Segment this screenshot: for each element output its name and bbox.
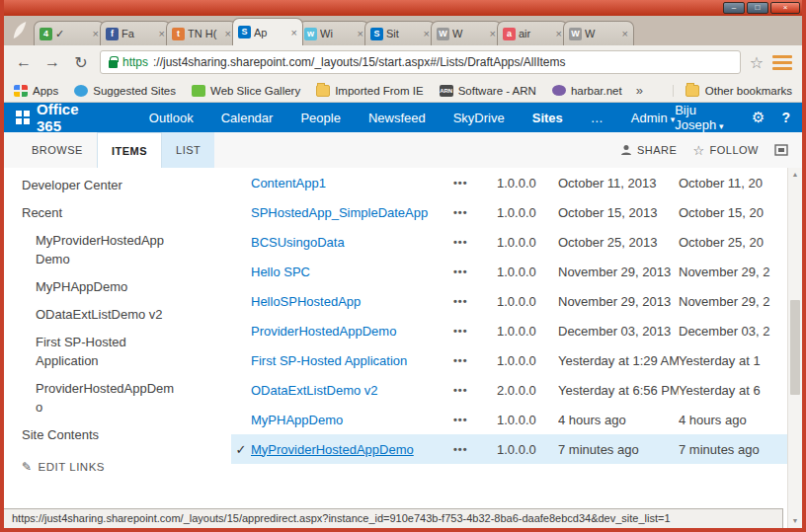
- suite-nav-item[interactable]: People: [300, 111, 343, 125]
- suite-nav-item[interactable]: Admin▾: [631, 111, 675, 125]
- browser-tab[interactable]: w Wi ×: [298, 21, 369, 45]
- page-scrollbar[interactable]: ▲ ▼: [787, 168, 802, 528]
- list-row[interactable]: ODataExtListDemo v2 ••• 2.0.0.0 Yesterda…: [231, 375, 787, 405]
- row-menu-ellipsis[interactable]: •••: [453, 206, 497, 218]
- user-menu[interactable]: Biju Joseph▾: [675, 103, 735, 132]
- tab-close-icon[interactable]: ×: [159, 28, 165, 39]
- browser-tab[interactable]: t TN H( ×: [166, 21, 237, 45]
- share-button[interactable]: SHARE: [620, 144, 677, 156]
- row-menu-ellipsis[interactable]: •••: [453, 325, 497, 337]
- suite-nav-item[interactable]: …: [591, 111, 606, 125]
- list-row[interactable]: BCSUsingoData ••• 1.0.0.0 October 25, 20…: [231, 227, 787, 257]
- browser-tab[interactable]: 4 ✓ ×: [34, 21, 105, 45]
- list-row[interactable]: HelloSPHostedApp ••• 1.0.0.0 November 29…: [231, 286, 787, 316]
- app-link[interactable]: ProviderHostedAppDemo: [251, 324, 453, 339]
- row-menu-ellipsis[interactable]: •••: [453, 177, 497, 189]
- tab-close-icon[interactable]: ×: [424, 28, 430, 39]
- window-maximize-button[interactable]: □: [747, 2, 768, 14]
- app-link[interactable]: ODataExtListDemo v2: [251, 383, 453, 398]
- app-link[interactable]: Hello SPC: [251, 265, 453, 279]
- row-menu-ellipsis[interactable]: •••: [453, 236, 497, 248]
- bookmark-item[interactable]: Suggested Sites: [74, 85, 176, 97]
- list-row[interactable]: MyPHAppDemo ••• 1.0.0.0 4 hours ago 4 ho…: [231, 405, 787, 434]
- sidebar-link[interactable]: Developer Center: [22, 176, 190, 194]
- focus-mode-button[interactable]: [774, 144, 788, 156]
- ribbon-tab[interactable]: LIST: [162, 132, 214, 168]
- list-row[interactable]: First SP-Hosted Application ••• 1.0.0.0 …: [231, 345, 787, 375]
- sidebar-link[interactable]: Site Contents: [22, 425, 190, 444]
- bookmarks-overflow-chevron[interactable]: »: [636, 83, 643, 98]
- browser-tab[interactable]: W W ×: [431, 21, 502, 45]
- ribbon-tab[interactable]: ITEMS: [97, 132, 162, 168]
- back-button[interactable]: ←: [14, 53, 34, 71]
- bookmark-item[interactable]: harbar.net: [552, 85, 622, 97]
- window-close-button[interactable]: ×: [770, 2, 800, 14]
- browser-tab[interactable]: f Fa ×: [100, 21, 171, 45]
- tab-close-icon[interactable]: ×: [358, 28, 363, 39]
- list-row[interactable]: ✓ MyProviderHostedAppDemo ••• 1.0.0.0 7 …: [231, 434, 787, 464]
- sidebar-link[interactable]: MyProviderHostedApp Demo: [22, 231, 180, 268]
- row-menu-ellipsis[interactable]: •••: [453, 295, 497, 307]
- reload-button[interactable]: ↻: [71, 53, 91, 72]
- list-row[interactable]: SPHostedApp_SimpleDateApp ••• 1.0.0.0 Oc…: [231, 197, 787, 227]
- address-bar[interactable]: https://just4sharing.sharepoint.com/_lay…: [100, 50, 741, 74]
- sidebar-link[interactable]: ODataExtListDemo v2: [22, 305, 180, 324]
- browser-tab[interactable]: S Sit ×: [364, 21, 436, 45]
- row-menu-ellipsis[interactable]: •••: [453, 384, 497, 396]
- app-link[interactable]: MyPHAppDemo: [251, 413, 453, 427]
- bookmark-star-icon[interactable]: ☆: [750, 53, 764, 72]
- row-menu-ellipsis[interactable]: •••: [453, 443, 497, 455]
- app-link[interactable]: SPHostedApp_SimpleDateApp: [251, 205, 453, 220]
- other-bookmarks-button[interactable]: Other bookmarks: [705, 85, 792, 97]
- app-link[interactable]: HelloSPHostedApp: [251, 294, 453, 309]
- sidebar-link[interactable]: MyPHAppDemo: [22, 277, 180, 296]
- app-link[interactable]: ContentApp1: [251, 176, 453, 190]
- browser-tab[interactable]: S Ap ×: [232, 18, 303, 45]
- list-row[interactable]: ProviderHostedAppDemo ••• 1.0.0.0 Decemb…: [231, 316, 787, 345]
- settings-gear-icon[interactable]: ⚙: [752, 109, 765, 126]
- tab-close-icon[interactable]: ×: [556, 28, 562, 39]
- suite-nav-item[interactable]: Calendar: [221, 111, 277, 125]
- suite-nav-item[interactable]: Sites: [532, 111, 566, 125]
- tab-close-icon[interactable]: ×: [93, 28, 99, 39]
- app-link[interactable]: MyProviderHostedAppDemo: [251, 442, 453, 457]
- tab-close-icon[interactable]: ×: [622, 28, 628, 39]
- https-lock-icon[interactable]: [109, 60, 118, 68]
- tab-close-icon[interactable]: ×: [225, 28, 231, 39]
- scrollbar-up-arrow[interactable]: ▲: [788, 168, 802, 182]
- app-link[interactable]: BCSUsingoData: [251, 235, 453, 250]
- suite-nav-item[interactable]: SkyDrive: [453, 111, 508, 125]
- ribbon-tab[interactable]: BROWSE: [18, 132, 97, 168]
- sidebar-link[interactable]: First SP-Hosted Application: [22, 333, 180, 370]
- forward-button[interactable]: →: [42, 53, 62, 71]
- suite-nav-item[interactable]: Newsfeed: [368, 111, 429, 125]
- office365-logo[interactable]: Office 365: [16, 101, 98, 134]
- edit-links-button[interactable]: ✎ EDIT LINKS: [22, 460, 231, 474]
- tab-close-icon[interactable]: ×: [490, 28, 496, 39]
- window-minimize-button[interactable]: –: [723, 2, 745, 14]
- left-navigation: Developer Center Recent MyProviderHosted…: [4, 168, 231, 528]
- row-menu-ellipsis[interactable]: •••: [453, 414, 497, 425]
- scrollbar-thumb[interactable]: [790, 300, 800, 395]
- scrollbar-down-arrow[interactable]: ▼: [788, 514, 802, 528]
- tab-favicon: W: [437, 28, 449, 40]
- app-link[interactable]: First SP-Hosted Application: [251, 353, 453, 368]
- bookmark-item[interactable]: Web Slice Gallery: [192, 85, 300, 97]
- bookmark-item[interactable]: ARN Software - ARN: [440, 85, 536, 97]
- browser-tab[interactable]: W W ×: [563, 21, 634, 45]
- bookmark-item[interactable]: Imported From IE: [316, 85, 423, 97]
- help-button[interactable]: ?: [781, 110, 790, 125]
- chrome-menu-button[interactable]: [772, 55, 792, 70]
- suite-nav-item[interactable]: Outlook: [149, 111, 197, 125]
- follow-button[interactable]: ☆ FOLLOW: [692, 143, 759, 158]
- browser-tab[interactable]: a air ×: [497, 21, 568, 45]
- row-menu-ellipsis[interactable]: •••: [453, 266, 497, 277]
- tab-close-icon[interactable]: ×: [291, 27, 297, 38]
- sidebar-link[interactable]: Recent: [22, 203, 190, 222]
- list-row[interactable]: ContentApp1 ••• 1.0.0.0 October 11, 2013…: [231, 168, 787, 197]
- list-row[interactable]: Hello SPC ••• 1.0.0.0 November 29, 2013 …: [231, 257, 787, 286]
- bookmark-item[interactable]: Apps: [14, 85, 58, 97]
- row-menu-ellipsis[interactable]: •••: [453, 354, 497, 366]
- sidebar-link[interactable]: ProviderHostedAppDemo: [22, 379, 180, 417]
- tab-title: Ap: [254, 27, 288, 38]
